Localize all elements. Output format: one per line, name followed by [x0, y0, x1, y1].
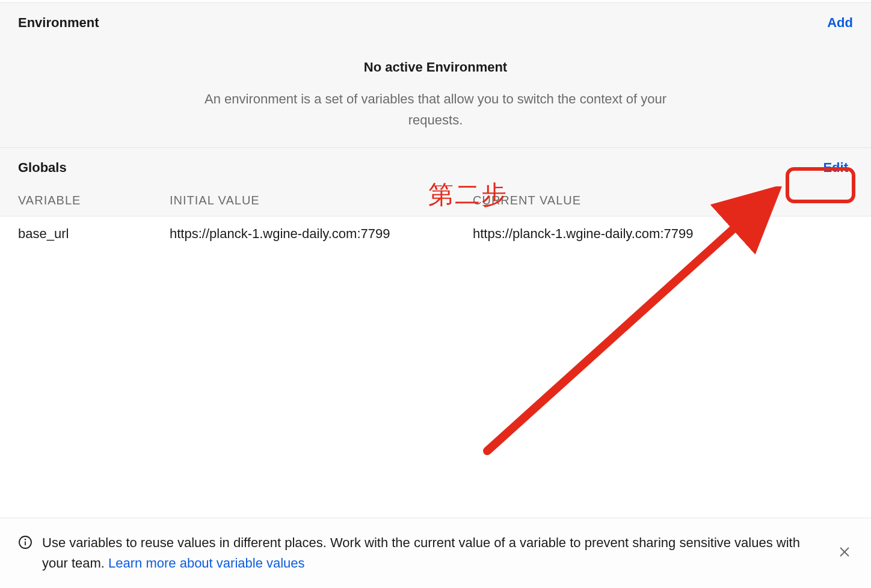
cell-initial: https://planck-1.wgine-daily.com:7799	[170, 226, 473, 242]
close-icon	[838, 545, 851, 561]
globals-table-body: base_url https://planck-1.wgine-daily.co…	[0, 216, 871, 251]
empty-state-title: No active Environment	[54, 60, 817, 75]
add-environment-button[interactable]: Add	[827, 15, 853, 31]
environment-empty-state: No active Environment An environment is …	[18, 60, 853, 130]
environment-section: Environment Add No active Environment An…	[0, 3, 871, 148]
globals-table-header: VARIABLE INITIAL VALUE CURRENT VALUE	[0, 177, 871, 216]
column-header-current: CURRENT VALUE	[473, 194, 853, 207]
cell-variable: base_url	[18, 226, 170, 242]
edit-globals-button[interactable]: Edit	[818, 159, 853, 177]
column-header-initial: INITIAL VALUE	[170, 194, 473, 207]
globals-title: Globals	[18, 160, 67, 176]
environment-header: Environment Add	[18, 15, 853, 31]
cell-current: https://planck-1.wgine-daily.com:7799	[473, 226, 853, 242]
empty-state-description: An environment is a set of variables tha…	[201, 88, 670, 130]
info-icon	[18, 535, 32, 550]
info-banner: Use variables to reuse values in differe…	[0, 518, 871, 588]
column-header-variable: VARIABLE	[18, 194, 170, 207]
svg-point-2	[25, 539, 26, 540]
globals-header: Globals Edit	[0, 148, 871, 177]
info-banner-text: Use variables to reuse values in differe…	[42, 533, 826, 574]
environment-title: Environment	[18, 15, 99, 31]
globals-section: Globals Edit VARIABLE INITIAL VALUE CURR…	[0, 148, 871, 216]
learn-more-link[interactable]: Learn more about variable values	[108, 556, 305, 571]
close-banner-button[interactable]	[836, 545, 853, 562]
table-row[interactable]: base_url https://planck-1.wgine-daily.co…	[0, 216, 871, 251]
